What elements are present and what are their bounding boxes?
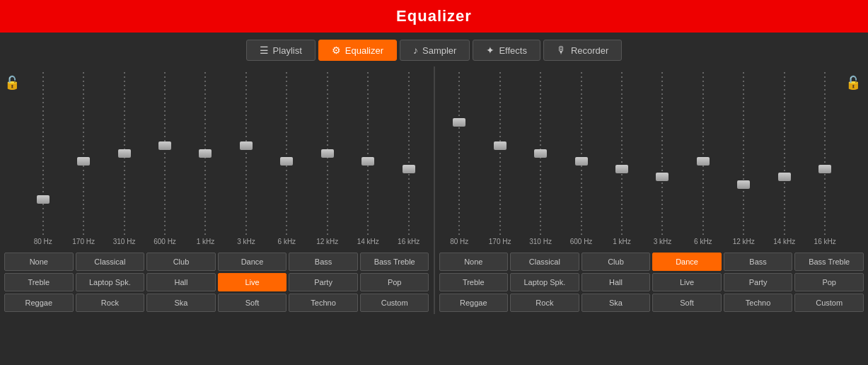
slider-handle-5[interactable]: [240, 141, 253, 150]
slider-col-0: 80 Hz: [28, 72, 59, 245]
slider-handle-7[interactable]: [321, 149, 334, 158]
preset-btn-ska[interactable]: Ska: [146, 294, 216, 312]
freq-label-3: 600 Hz: [154, 238, 176, 245]
slider-handle-1[interactable]: [494, 141, 507, 150]
freq-label-4: 1 kHz: [197, 238, 215, 245]
preset-row-1: TrebleLaptop Spk.HallLivePartyPop: [4, 273, 429, 291]
freq-label-1: 170 Hz: [72, 238, 95, 245]
slider-handle-9[interactable]: [403, 165, 415, 173]
freq-label-2: 310 Hz: [113, 238, 136, 245]
preset-btn-custom[interactable]: Custom: [360, 294, 429, 312]
slider-handle-7[interactable]: [737, 180, 750, 189]
preset-btn-dance[interactable]: Dance: [218, 253, 287, 271]
preset-btn-club[interactable]: Club: [146, 253, 216, 271]
preset-btn-dance[interactable]: Dance: [652, 253, 722, 271]
slider-visual-3: [158, 72, 172, 235]
slider-handle-2[interactable]: [118, 149, 131, 158]
preset-btn-none[interactable]: None: [439, 253, 509, 271]
nav-btn-playlist[interactable]: ☰Playlist: [246, 40, 316, 61]
slider-visual-4: [615, 72, 629, 235]
preset-btn-treble[interactable]: Treble: [439, 273, 509, 291]
preset-btn-laptop-spk-[interactable]: Laptop Spk.: [510, 273, 579, 291]
preset-btn-ska[interactable]: Ska: [581, 294, 651, 312]
slider-handle-6[interactable]: [697, 157, 710, 166]
slider-handle-0[interactable]: [453, 118, 465, 127]
slider-handle-3[interactable]: [158, 141, 171, 150]
preset-btn-soft[interactable]: Soft: [652, 294, 722, 312]
preset-btn-custom[interactable]: Custom: [794, 294, 864, 312]
preset-btn-classical[interactable]: Classical: [510, 253, 579, 271]
nav-btn-equalizer[interactable]: ⚙Equalizer: [318, 40, 397, 61]
freq-label-2: 310 Hz: [529, 238, 552, 245]
freq-label-3: 600 Hz: [570, 238, 593, 245]
slider-handle-1[interactable]: [77, 157, 90, 166]
preset-btn-hall[interactable]: Hall: [146, 273, 216, 291]
preset-btn-laptop-spk-[interactable]: Laptop Spk.: [76, 273, 145, 291]
slider-visual-5: [239, 72, 253, 235]
slider-handle-8[interactable]: [778, 173, 791, 181]
preset-btn-pop[interactable]: Pop: [794, 273, 864, 291]
freq-label-1: 170 Hz: [489, 238, 511, 245]
slider-col-3: 600 Hz: [149, 72, 180, 245]
slider-visual-7: [736, 72, 751, 235]
preset-btn-club[interactable]: Club: [581, 253, 651, 271]
slider-handle-5[interactable]: [656, 173, 669, 181]
slider-track-9: [408, 72, 410, 235]
nav-icon-1: ⚙: [332, 45, 341, 56]
freq-label-5: 3 kHz: [237, 238, 255, 245]
slider-handle-8[interactable]: [361, 157, 374, 166]
preset-btn-party[interactable]: Party: [289, 273, 358, 291]
preset-btn-reggae[interactable]: Reggae: [4, 294, 74, 312]
preset-btn-treble[interactable]: Treble: [4, 273, 74, 291]
slider-col-1: 170 Hz: [485, 72, 516, 245]
preset-btn-reggae[interactable]: Reggae: [439, 294, 509, 312]
preset-btn-live[interactable]: Live: [652, 273, 722, 291]
page-title: Equalizer: [0, 7, 868, 25]
slider-track-1: [83, 72, 84, 235]
slider-track-3: [164, 72, 166, 235]
preset-btn-hall[interactable]: Hall: [581, 273, 651, 291]
slider-handle-3[interactable]: [575, 157, 588, 166]
slider-track-4: [621, 72, 623, 235]
slider-visual-1: [76, 72, 91, 235]
preset-btn-bass[interactable]: Bass: [289, 253, 358, 271]
slider-track-7: [743, 72, 744, 235]
preset-row-2: ReggaeRockSkaSoftTechnoCustom: [4, 294, 429, 312]
slider-handle-2[interactable]: [534, 149, 547, 158]
preset-btn-party[interactable]: Party: [724, 273, 793, 291]
preset-btn-live[interactable]: Live: [218, 273, 287, 291]
slider-handle-0[interactable]: [37, 195, 50, 204]
slider-visual-8: [777, 72, 792, 235]
preset-btn-none[interactable]: None: [4, 253, 74, 271]
slider-col-4: 1 kHz: [606, 72, 637, 245]
preset-btn-bass-treble[interactable]: Bass Treble: [794, 253, 864, 271]
slider-visual-0: [452, 72, 466, 235]
slider-handle-6[interactable]: [280, 157, 293, 166]
slider-track-0: [458, 72, 460, 235]
preset-btn-bass[interactable]: Bass: [724, 253, 793, 271]
preset-btn-pop[interactable]: Pop: [360, 273, 429, 291]
preset-btn-rock[interactable]: Rock: [510, 294, 579, 312]
freq-label-6: 6 kHz: [694, 238, 712, 245]
nav-btn-effects[interactable]: ✦Effects: [473, 40, 540, 61]
preset-btn-classical[interactable]: Classical: [76, 253, 145, 271]
preset-btn-techno[interactable]: Techno: [724, 294, 793, 312]
slider-handle-4[interactable]: [199, 149, 212, 158]
left-sliders-area: 🔓 80 Hz170 Hz310 Hz600 Hz1 kHz3 kHz6 kHz…: [4, 66, 429, 248]
preset-btn-bass-treble[interactable]: Bass Treble: [360, 253, 429, 271]
slider-handle-9[interactable]: [818, 165, 831, 173]
slider-visual-9: [402, 72, 416, 235]
right-lock-icon[interactable]: 🔓: [845, 75, 861, 91]
slider-col-8: 14 kHz: [769, 72, 800, 245]
nav-icon-0: ☰: [260, 45, 269, 56]
preset-btn-techno[interactable]: Techno: [289, 294, 358, 312]
preset-btn-rock[interactable]: Rock: [76, 294, 145, 312]
nav-btn-recorder[interactable]: 🎙Recorder: [543, 40, 622, 61]
preset-btn-soft[interactable]: Soft: [218, 294, 287, 312]
nav-btn-sampler[interactable]: ♪Sampler: [400, 40, 470, 61]
slider-visual-7: [320, 72, 335, 235]
slider-handle-4[interactable]: [615, 165, 628, 173]
left-lock-icon[interactable]: 🔓: [4, 75, 20, 91]
main-content: 🔓 80 Hz170 Hz310 Hz600 Hz1 kHz3 kHz6 kHz…: [0, 66, 868, 314]
slider-col-0: 80 Hz: [444, 72, 475, 245]
